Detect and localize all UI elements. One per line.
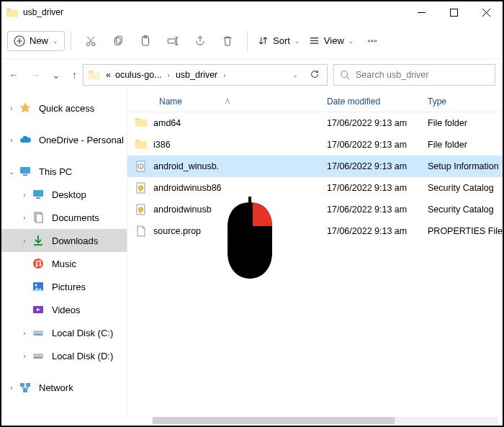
file-type: File folder <box>419 118 503 128</box>
file-type-icon <box>135 203 148 216</box>
file-row[interactable]: i38617/06/2022 9:13 amFile folder <box>127 134 503 156</box>
close-button[interactable] <box>470 1 503 23</box>
sidebar-item-this-pc[interactable]: ⌄ This PC <box>1 160 127 183</box>
chevron-right-icon[interactable]: › <box>7 104 16 112</box>
file-row[interactable]: amd6417/06/2022 9:13 amFile folder <box>127 112 503 134</box>
chevron-right-icon[interactable]: › <box>7 136 16 144</box>
sidebar-item-documents[interactable]: › Documents <box>1 206 127 229</box>
sidebar-item-network[interactable]: › Network <box>1 376 127 399</box>
file-name: android_winusb. <box>153 161 219 171</box>
horizontal-scrollbar[interactable] <box>153 417 498 424</box>
file-row[interactable]: android_winusb.17/06/2022 9:13 amSetup I… <box>127 156 503 177</box>
column-header-date[interactable]: Date modified <box>318 96 419 107</box>
toolbar-separator <box>71 31 71 51</box>
chevron-right-icon[interactable]: › <box>20 329 29 337</box>
sidebar-item-disk-c[interactable]: › Local Disk (C:) <box>1 321 127 344</box>
file-name: i386 <box>153 140 171 150</box>
chevron-right-icon[interactable]: › <box>20 191 29 199</box>
documents-icon <box>32 211 45 224</box>
sidebar-item-label: Videos <box>52 305 81 315</box>
chevron-right-icon: › <box>221 71 228 79</box>
toolbar: New ⌄ Sort ⌄ View ⌄ <box>1 23 503 59</box>
cut-button[interactable] <box>77 28 104 54</box>
pc-icon <box>19 165 32 178</box>
file-row[interactable]: androidwinusb8617/06/2022 9:13 amSecurit… <box>127 177 503 199</box>
chevron-down-icon[interactable]: ⌄ <box>7 168 16 176</box>
sidebar-item-label: Network <box>39 382 73 393</box>
sidebar-item-label: Local Disk (D:) <box>52 351 113 361</box>
rename-button[interactable] <box>159 28 186 54</box>
folder-icon <box>88 68 101 81</box>
delete-button[interactable] <box>214 28 241 54</box>
svg-point-23 <box>35 284 37 287</box>
svg-point-19 <box>33 259 43 269</box>
svg-point-21 <box>40 264 42 266</box>
svg-point-11 <box>374 40 376 41</box>
sidebar-item-downloads[interactable]: › Downloads <box>1 229 127 252</box>
address-bar[interactable]: « oculus-go... › usb_driver › ⌄ <box>83 64 328 86</box>
sidebar-item-label: OneDrive - Personal <box>39 135 124 145</box>
svg-rect-30 <box>26 383 30 387</box>
chevron-right-icon[interactable]: › <box>7 384 16 392</box>
file-type: Setup Information <box>419 161 503 171</box>
back-button[interactable]: ← <box>9 69 19 81</box>
refresh-button[interactable] <box>305 69 324 81</box>
sidebar-item-onedrive[interactable]: › OneDrive - Personal <box>1 128 127 151</box>
svg-point-37 <box>139 207 143 212</box>
chevron-right-icon[interactable]: › <box>20 214 29 222</box>
share-button[interactable] <box>186 28 214 54</box>
sidebar-item-pictures[interactable]: › Pictures <box>1 275 127 298</box>
maximize-button[interactable] <box>438 1 470 23</box>
view-button[interactable]: View ⌄ <box>305 32 359 50</box>
file-type-icon <box>135 181 148 194</box>
svg-rect-0 <box>451 9 458 16</box>
breadcrumb-overflow[interactable]: « <box>105 70 112 80</box>
chevron-right-icon[interactable]: › <box>20 352 29 360</box>
search-icon <box>340 70 350 80</box>
history-dropdown[interactable]: ⌄ <box>52 69 60 81</box>
nav-arrows: ← → ⌄ ↑ <box>9 69 77 81</box>
svg-rect-29 <box>20 383 24 387</box>
address-dropdown[interactable]: ⌄ <box>288 71 302 78</box>
file-name: source.prop <box>153 226 201 236</box>
breadcrumb-item[interactable]: oculus-go... <box>114 70 163 80</box>
file-type-icon <box>135 225 148 238</box>
sidebar-item-videos[interactable]: › Videos <box>1 298 127 321</box>
svg-rect-28 <box>34 357 42 359</box>
sidebar-item-label: This PC <box>39 166 72 177</box>
file-name: androidwinusb86 <box>153 183 222 193</box>
file-date: 17/06/2022 9:13 am <box>318 118 419 128</box>
sidebar-item-label: Local Disk (C:) <box>52 328 113 338</box>
column-header-type[interactable]: Type <box>419 96 503 107</box>
file-row[interactable]: androidwinusb17/06/2022 9:13 amSecurity … <box>127 199 503 220</box>
new-label: New <box>30 35 48 46</box>
file-date: 17/06/2022 9:13 am <box>318 140 419 150</box>
sidebar-item-label: Desktop <box>52 189 86 200</box>
search-input[interactable]: Search usb_driver <box>333 64 495 86</box>
up-button[interactable]: ↑ <box>72 69 77 81</box>
new-button[interactable]: New ⌄ <box>7 31 65 51</box>
column-header-name[interactable]: Name ᐱ <box>127 96 318 107</box>
copy-button[interactable] <box>104 28 132 54</box>
file-date: 17/06/2022 9:13 am <box>318 183 419 193</box>
sidebar-item-music[interactable]: › Music <box>1 252 127 275</box>
sidebar-item-disk-d[interactable]: › Local Disk (D:) <box>1 344 127 367</box>
star-icon <box>19 102 32 114</box>
sidebar-item-quick-access[interactable]: › Quick access <box>1 96 127 120</box>
svg-rect-8 <box>168 39 176 43</box>
sidebar-item-label: Music <box>52 259 76 269</box>
sidebar-item-desktop[interactable]: › Desktop <box>1 183 127 206</box>
svg-rect-13 <box>20 167 30 174</box>
svg-point-10 <box>372 40 373 41</box>
view-label: View <box>324 35 344 46</box>
breadcrumb-item[interactable]: usb_driver <box>175 70 218 80</box>
downloads-icon <box>32 234 45 247</box>
paste-button[interactable] <box>132 28 159 54</box>
chevron-right-icon[interactable]: › <box>20 237 29 245</box>
sort-button[interactable]: Sort ⌄ <box>253 32 305 50</box>
file-row[interactable]: source.prop17/06/2022 9:13 amPROPERTIES … <box>127 220 503 242</box>
minimize-button[interactable] <box>405 1 438 23</box>
sidebar-item-label: Quick access <box>39 103 94 114</box>
forward-button[interactable]: → <box>30 69 40 81</box>
more-button[interactable] <box>359 28 386 54</box>
